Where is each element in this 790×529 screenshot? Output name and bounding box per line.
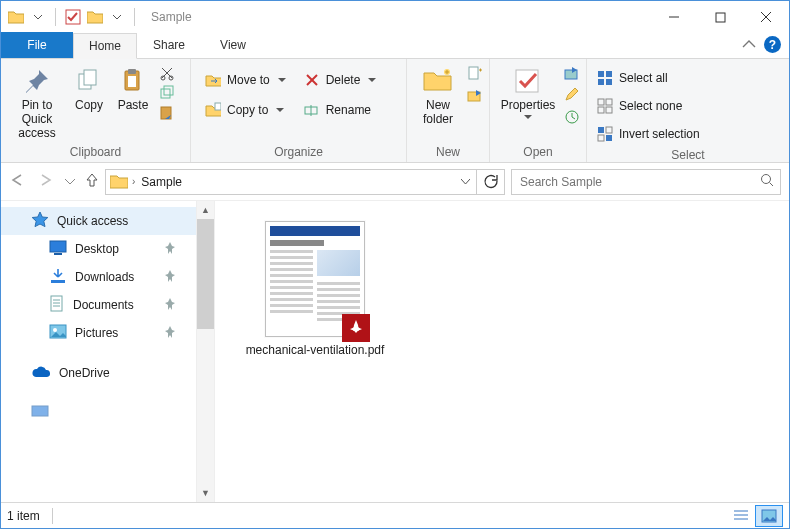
copy-to-button[interactable]: Copy to bbox=[205, 99, 286, 121]
sidebar-item-thispc[interactable] bbox=[1, 399, 196, 427]
pin-icon bbox=[164, 270, 176, 285]
select-all-icon bbox=[597, 70, 613, 86]
new-folder-icon bbox=[422, 65, 454, 97]
onedrive-icon bbox=[31, 365, 51, 382]
desktop-icon bbox=[49, 240, 67, 258]
svg-point-38 bbox=[762, 175, 771, 184]
sidebar-item-desktop[interactable]: Desktop bbox=[1, 235, 196, 263]
back-button[interactable] bbox=[9, 173, 27, 190]
invert-selection-button[interactable]: Invert selection bbox=[597, 123, 700, 145]
details-view-button[interactable] bbox=[727, 505, 755, 527]
tab-home[interactable]: Home bbox=[73, 33, 137, 59]
search-icon bbox=[760, 173, 774, 190]
address-root-icon[interactable] bbox=[106, 170, 132, 194]
title-bar: Sample bbox=[1, 1, 789, 33]
tab-view[interactable]: View bbox=[201, 32, 265, 58]
move-to-label: Move to bbox=[227, 73, 270, 87]
sidebar-item-downloads[interactable]: Downloads bbox=[1, 263, 196, 291]
copy-icon bbox=[73, 65, 105, 97]
refresh-button[interactable] bbox=[476, 169, 504, 195]
svg-rect-12 bbox=[161, 89, 170, 98]
chevron-down-icon[interactable] bbox=[29, 8, 47, 26]
easy-access-icon[interactable] bbox=[467, 87, 483, 103]
close-button[interactable] bbox=[743, 2, 789, 32]
new-folder-button[interactable]: New folder bbox=[413, 61, 463, 127]
sidebar-item-documents[interactable]: Documents bbox=[1, 291, 196, 319]
history-icon[interactable] bbox=[564, 109, 580, 125]
address-bar[interactable]: › Sample bbox=[105, 169, 505, 195]
search-input[interactable] bbox=[518, 174, 760, 190]
properties-check-icon[interactable] bbox=[64, 8, 82, 26]
properties-label: Properties bbox=[501, 99, 556, 113]
thumbnails-view-button[interactable] bbox=[755, 505, 783, 527]
svg-rect-24 bbox=[565, 70, 577, 79]
sidebar-item-pictures[interactable]: Pictures bbox=[1, 319, 196, 347]
group-label-clipboard: Clipboard bbox=[7, 142, 184, 162]
sidebar-item-label: OneDrive bbox=[59, 366, 110, 380]
move-to-button[interactable]: Move to bbox=[205, 69, 286, 91]
ribbon-group-open: Properties Open bbox=[490, 59, 587, 162]
file-item[interactable]: mechanical-ventilation.pdf bbox=[235, 221, 395, 359]
navigation-bar: › Sample bbox=[1, 163, 789, 201]
svg-rect-15 bbox=[215, 103, 221, 110]
tab-share[interactable]: Share bbox=[137, 32, 201, 58]
new-item-icon[interactable] bbox=[467, 65, 483, 81]
select-none-icon bbox=[597, 98, 613, 114]
paste-shortcut-icon[interactable] bbox=[159, 105, 175, 121]
quick-access-toolbar: Sample bbox=[1, 8, 192, 26]
select-none-label: Select none bbox=[619, 99, 682, 113]
move-to-icon bbox=[205, 72, 221, 88]
pictures-icon bbox=[49, 324, 67, 342]
delete-icon bbox=[304, 72, 320, 88]
status-count: 1 item bbox=[7, 509, 40, 523]
help-icon[interactable]: ? bbox=[764, 36, 781, 53]
copy-to-label: Copy to bbox=[227, 103, 268, 117]
forward-button[interactable] bbox=[37, 173, 55, 190]
paste-button[interactable]: Paste bbox=[111, 61, 155, 113]
recent-locations-button[interactable] bbox=[65, 175, 75, 189]
svg-rect-31 bbox=[606, 99, 612, 105]
address-history-dropdown[interactable] bbox=[454, 170, 476, 194]
scroll-up-icon[interactable]: ▲ bbox=[197, 201, 214, 219]
separator bbox=[52, 508, 53, 524]
group-label-new: New bbox=[413, 142, 483, 162]
select-none-button[interactable]: Select none bbox=[597, 95, 700, 117]
file-explorer-window: { "titlebar": { "title": "Sample" }, "ta… bbox=[0, 0, 790, 529]
svg-rect-30 bbox=[598, 99, 604, 105]
scroll-down-icon[interactable]: ▼ bbox=[197, 484, 214, 502]
search-box[interactable] bbox=[511, 169, 781, 195]
open-icon[interactable] bbox=[564, 65, 580, 81]
pin-quick-access-button[interactable]: Pin to Quick access bbox=[7, 61, 67, 140]
properties-button[interactable]: Properties bbox=[496, 61, 560, 120]
collapse-ribbon-icon[interactable] bbox=[742, 38, 756, 52]
up-button[interactable] bbox=[85, 172, 99, 191]
address-segment[interactable]: Sample bbox=[135, 170, 188, 194]
properties-icon bbox=[512, 65, 544, 97]
copy-button[interactable]: Copy bbox=[67, 61, 111, 113]
chevron-down-icon[interactable] bbox=[108, 8, 126, 26]
sidebar-item-label: Desktop bbox=[75, 242, 119, 256]
rename-button[interactable]: Rename bbox=[304, 99, 377, 121]
pin-icon bbox=[164, 242, 176, 257]
copy-to-icon bbox=[205, 102, 221, 118]
file-name: mechanical-ventilation.pdf bbox=[246, 343, 385, 359]
copy-path-icon[interactable] bbox=[159, 85, 175, 101]
sidebar-scrollbar[interactable]: ▲ ▼ bbox=[196, 201, 214, 502]
group-label-organize: Organize bbox=[197, 142, 400, 162]
ribbon-tabs: File Home Share View ? bbox=[1, 33, 789, 59]
edit-icon[interactable] bbox=[564, 87, 580, 103]
maximize-button[interactable] bbox=[697, 2, 743, 32]
svg-rect-32 bbox=[598, 107, 604, 113]
select-all-button[interactable]: Select all bbox=[597, 67, 700, 89]
files-pane[interactable]: mechanical-ventilation.pdf bbox=[215, 201, 789, 502]
scroll-thumb[interactable] bbox=[197, 219, 214, 329]
tab-file[interactable]: File bbox=[1, 32, 73, 58]
sidebar-item-quick-access[interactable]: Quick access bbox=[1, 207, 196, 235]
delete-button[interactable]: Delete bbox=[304, 69, 377, 91]
sidebar-item-onedrive[interactable]: OneDrive bbox=[1, 359, 196, 387]
cut-icon[interactable] bbox=[159, 65, 175, 81]
sidebar-item-label: Quick access bbox=[57, 214, 128, 228]
minimize-button[interactable] bbox=[651, 2, 697, 32]
folder-icon bbox=[7, 8, 25, 26]
svg-rect-37 bbox=[606, 135, 612, 141]
